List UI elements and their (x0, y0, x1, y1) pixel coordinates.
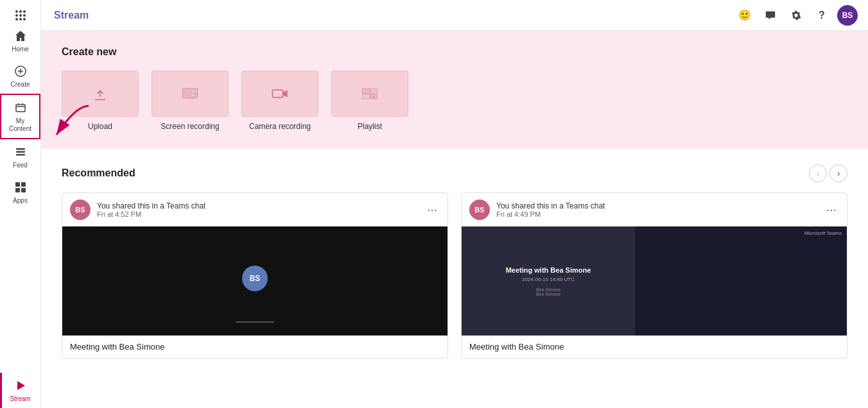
video-card-1-info: You shared this in a Teams chat Fri at 4… (97, 201, 418, 218)
video-card-2-more-btn[interactable]: ⋯ (824, 201, 839, 219)
video-card-2-avatar: BS (469, 200, 490, 220)
meeting-content (635, 226, 847, 336)
svg-rect-17 (370, 89, 378, 94)
playlist-label: Playlist (358, 122, 382, 131)
video-card-1: BS You shared this in a Teams chat Fri a… (62, 192, 448, 359)
video-card-1-shared: You shared this in a Teams chat (97, 201, 418, 210)
create-card-playlist[interactable]: Playlist (331, 71, 408, 131)
video-card-2-thumb[interactable]: Microsoft Teams Meeting with Bea Simone … (462, 226, 847, 336)
sidebar-item-apps[interactable]: Apps (0, 174, 40, 210)
nav-arrows: ‹ › (809, 164, 847, 182)
video-card-2: BS You shared this in a Teams chat Fri a… (461, 192, 847, 359)
svg-marker-15 (283, 90, 288, 98)
video-card-2-title: Meeting with Bea Simone (462, 336, 847, 358)
sidebar-label-stream: Stream (10, 395, 30, 403)
my-content-icon (13, 100, 28, 115)
meeting-panel-title: Meeting with Bea Simone (506, 266, 591, 274)
settings-icon[interactable] (786, 5, 806, 26)
camera-recording-label: Camera recording (249, 122, 311, 131)
apps-icon (13, 180, 28, 195)
create-section: Create new Upload (41, 31, 868, 149)
sidebar: Home Create My Content Feed Apps Stream (0, 0, 41, 408)
sidebar-item-home[interactable]: Home (0, 23, 40, 58)
meeting-panel-names2: Bea Simone (536, 292, 560, 296)
recommended-title: Recommended (62, 167, 809, 179)
sidebar-label-apps: Apps (13, 197, 28, 205)
svg-rect-4 (16, 154, 25, 156)
feed-icon (13, 144, 28, 160)
user-avatar-btn[interactable]: BS (837, 5, 858, 26)
svg-point-12 (191, 90, 195, 94)
screen-recording-thumb (152, 71, 229, 117)
sidebar-label-home: Home (12, 46, 29, 53)
video-cards: BS You shared this in a Teams chat Fri a… (62, 192, 847, 359)
svg-rect-8 (21, 188, 26, 192)
home-icon (13, 28, 28, 44)
playlist-thumb (331, 71, 408, 117)
svg-rect-1 (16, 105, 25, 112)
sidebar-label-my-content: My Content (4, 117, 37, 133)
create-icon (13, 64, 28, 79)
screen-recording-label: Screen recording (161, 122, 219, 131)
create-section-title: Create new (62, 46, 847, 58)
upload-label: Upload (88, 122, 112, 131)
meeting-info-panel: Meeting with Bea Simone 2024-06-10 14:49… (462, 226, 635, 336)
meeting-panel-names: Bea Simone (536, 287, 560, 292)
nav-next-btn[interactable]: › (829, 164, 847, 182)
video-card-1-thumb[interactable]: BS (62, 226, 447, 336)
svg-rect-10 (182, 89, 197, 98)
meeting-panel-date: 2024-06-10 14:49 UTC (522, 276, 575, 282)
help-icon[interactable]: ? (812, 5, 832, 26)
upload-thumb (62, 71, 139, 117)
video-card-1-header: BS You shared this in a Teams chat Fri a… (62, 193, 447, 226)
create-cards: Upload Screen recording (62, 71, 847, 131)
video-card-2-time: Fri at 4:49 PM (496, 210, 817, 218)
sidebar-item-create[interactable]: Create (0, 58, 40, 94)
sidebar-item-stream[interactable]: Stream (0, 373, 40, 408)
create-card-camera-recording[interactable]: Camera recording (241, 71, 318, 131)
create-card-upload[interactable]: Upload (62, 71, 139, 131)
recommended-header: Recommended ‹ › (62, 164, 847, 182)
video-card-1-title: Meeting with Bea Simone (62, 336, 447, 358)
camera-recording-thumb (241, 71, 318, 117)
create-card-screen-recording[interactable]: Screen recording (152, 71, 229, 131)
svg-marker-9 (17, 381, 25, 390)
svg-rect-19 (370, 94, 378, 99)
recommended-section: Recommended ‹ › BS You shared this in a … (41, 149, 868, 374)
svg-rect-13 (191, 94, 195, 97)
video-card-1-time: Fri at 4:52 PM (97, 210, 418, 218)
sidebar-label-feed: Feed (13, 162, 28, 169)
svg-rect-14 (272, 90, 282, 98)
video-card-1-avatar: BS (70, 200, 91, 220)
video-card-2-header: BS You shared this in a Teams chat Fri a… (462, 193, 847, 226)
grid-icon (15, 10, 26, 21)
emoji-icon[interactable]: 🙂 (734, 5, 755, 26)
stream-icon (13, 378, 28, 393)
video-card-2-shared: You shared this in a Teams chat (496, 201, 817, 210)
svg-rect-5 (15, 182, 20, 187)
sidebar-label-create: Create (10, 81, 30, 89)
svg-rect-16 (362, 89, 370, 94)
content-area: Create new Upload (41, 31, 868, 408)
svg-rect-3 (16, 151, 25, 153)
chat-icon[interactable] (760, 5, 781, 26)
nav-prev-btn[interactable]: ‹ (809, 164, 827, 182)
sidebar-item-my-content[interactable]: My Content (0, 94, 40, 139)
video-card-1-more-btn[interactable]: ⋯ (424, 201, 440, 219)
app-title: Stream (54, 10, 89, 21)
svg-rect-6 (21, 182, 26, 187)
svg-rect-11 (187, 98, 193, 99)
sidebar-item-grid[interactable] (0, 5, 40, 23)
svg-rect-2 (16, 148, 25, 150)
sidebar-item-feed[interactable]: Feed (0, 139, 40, 174)
ms-teams-label: Microsoft Teams (804, 230, 842, 236)
video-card-2-info: You shared this in a Teams chat Fri at 4… (496, 201, 817, 218)
video-card-1-bs-circle: BS (242, 266, 268, 291)
svg-rect-7 (15, 188, 20, 192)
svg-rect-18 (362, 94, 370, 99)
main-area: Stream 🙂 ? BS Create new Upload (41, 0, 868, 408)
topbar: Stream 🙂 ? BS (41, 0, 868, 31)
